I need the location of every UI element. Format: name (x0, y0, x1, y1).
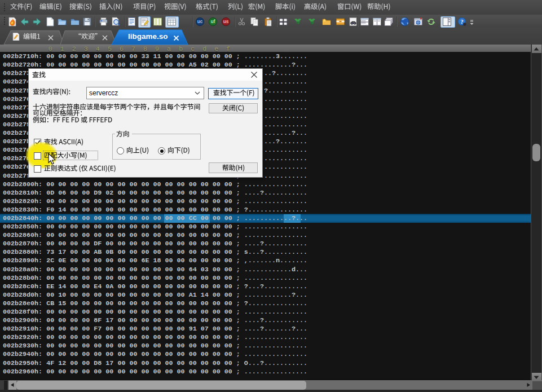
svg-text:us: us (223, 19, 228, 24)
svg-text:?: ? (460, 19, 463, 25)
svg-text:uc: uc (197, 19, 203, 24)
svg-text:uf: uf (210, 19, 215, 24)
